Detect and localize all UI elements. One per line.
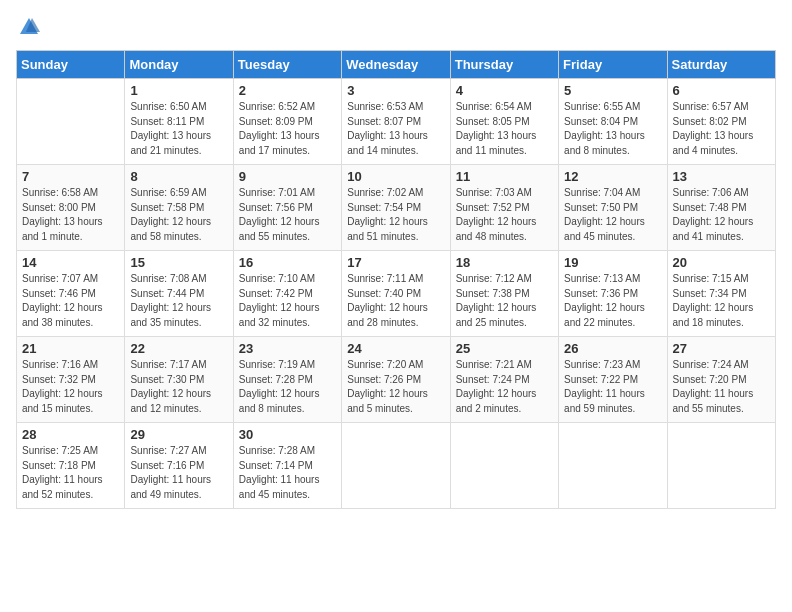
calendar-cell <box>667 423 775 509</box>
calendar-cell: 17Sunrise: 7:11 AMSunset: 7:40 PMDayligh… <box>342 251 450 337</box>
day-info: Sunrise: 6:52 AMSunset: 8:09 PMDaylight:… <box>239 100 336 158</box>
day-info: Sunrise: 6:58 AMSunset: 8:00 PMDaylight:… <box>22 186 119 244</box>
col-monday: Monday <box>125 51 233 79</box>
day-number: 19 <box>564 255 661 270</box>
day-info: Sunrise: 7:19 AMSunset: 7:28 PMDaylight:… <box>239 358 336 416</box>
calendar-cell: 27Sunrise: 7:24 AMSunset: 7:20 PMDayligh… <box>667 337 775 423</box>
day-info: Sunrise: 7:20 AMSunset: 7:26 PMDaylight:… <box>347 358 444 416</box>
calendar-cell: 13Sunrise: 7:06 AMSunset: 7:48 PMDayligh… <box>667 165 775 251</box>
calendar-cell <box>559 423 667 509</box>
day-info: Sunrise: 7:08 AMSunset: 7:44 PMDaylight:… <box>130 272 227 330</box>
calendar-cell <box>17 79 125 165</box>
day-number: 2 <box>239 83 336 98</box>
calendar-cell: 4Sunrise: 6:54 AMSunset: 8:05 PMDaylight… <box>450 79 558 165</box>
day-number: 4 <box>456 83 553 98</box>
calendar-cell: 26Sunrise: 7:23 AMSunset: 7:22 PMDayligh… <box>559 337 667 423</box>
day-number: 21 <box>22 341 119 356</box>
logo-icon <box>18 16 40 38</box>
calendar-cell: 28Sunrise: 7:25 AMSunset: 7:18 PMDayligh… <box>17 423 125 509</box>
day-number: 28 <box>22 427 119 442</box>
day-number: 7 <box>22 169 119 184</box>
col-thursday: Thursday <box>450 51 558 79</box>
calendar-table: Sunday Monday Tuesday Wednesday Thursday… <box>16 50 776 509</box>
day-number: 30 <box>239 427 336 442</box>
day-info: Sunrise: 7:16 AMSunset: 7:32 PMDaylight:… <box>22 358 119 416</box>
calendar-cell: 3Sunrise: 6:53 AMSunset: 8:07 PMDaylight… <box>342 79 450 165</box>
day-info: Sunrise: 7:27 AMSunset: 7:16 PMDaylight:… <box>130 444 227 502</box>
day-info: Sunrise: 6:53 AMSunset: 8:07 PMDaylight:… <box>347 100 444 158</box>
calendar-cell: 9Sunrise: 7:01 AMSunset: 7:56 PMDaylight… <box>233 165 341 251</box>
day-number: 24 <box>347 341 444 356</box>
calendar-week-row: 28Sunrise: 7:25 AMSunset: 7:18 PMDayligh… <box>17 423 776 509</box>
day-info: Sunrise: 7:21 AMSunset: 7:24 PMDaylight:… <box>456 358 553 416</box>
calendar-cell: 15Sunrise: 7:08 AMSunset: 7:44 PMDayligh… <box>125 251 233 337</box>
day-info: Sunrise: 7:25 AMSunset: 7:18 PMDaylight:… <box>22 444 119 502</box>
day-info: Sunrise: 7:01 AMSunset: 7:56 PMDaylight:… <box>239 186 336 244</box>
day-info: Sunrise: 7:02 AMSunset: 7:54 PMDaylight:… <box>347 186 444 244</box>
calendar-week-row: 21Sunrise: 7:16 AMSunset: 7:32 PMDayligh… <box>17 337 776 423</box>
calendar-week-row: 7Sunrise: 6:58 AMSunset: 8:00 PMDaylight… <box>17 165 776 251</box>
day-number: 13 <box>673 169 770 184</box>
calendar-cell: 25Sunrise: 7:21 AMSunset: 7:24 PMDayligh… <box>450 337 558 423</box>
calendar-cell: 30Sunrise: 7:28 AMSunset: 7:14 PMDayligh… <box>233 423 341 509</box>
day-number: 9 <box>239 169 336 184</box>
day-info: Sunrise: 7:15 AMSunset: 7:34 PMDaylight:… <box>673 272 770 330</box>
calendar-cell: 10Sunrise: 7:02 AMSunset: 7:54 PMDayligh… <box>342 165 450 251</box>
day-info: Sunrise: 7:23 AMSunset: 7:22 PMDaylight:… <box>564 358 661 416</box>
calendar-cell: 12Sunrise: 7:04 AMSunset: 7:50 PMDayligh… <box>559 165 667 251</box>
day-number: 11 <box>456 169 553 184</box>
calendar-cell: 16Sunrise: 7:10 AMSunset: 7:42 PMDayligh… <box>233 251 341 337</box>
day-number: 29 <box>130 427 227 442</box>
day-number: 6 <box>673 83 770 98</box>
day-info: Sunrise: 6:50 AMSunset: 8:11 PMDaylight:… <box>130 100 227 158</box>
col-saturday: Saturday <box>667 51 775 79</box>
calendar-cell: 2Sunrise: 6:52 AMSunset: 8:09 PMDaylight… <box>233 79 341 165</box>
calendar-cell: 21Sunrise: 7:16 AMSunset: 7:32 PMDayligh… <box>17 337 125 423</box>
day-info: Sunrise: 7:10 AMSunset: 7:42 PMDaylight:… <box>239 272 336 330</box>
day-number: 16 <box>239 255 336 270</box>
calendar-header: Sunday Monday Tuesday Wednesday Thursday… <box>17 51 776 79</box>
calendar-cell: 18Sunrise: 7:12 AMSunset: 7:38 PMDayligh… <box>450 251 558 337</box>
day-info: Sunrise: 7:17 AMSunset: 7:30 PMDaylight:… <box>130 358 227 416</box>
day-info: Sunrise: 7:24 AMSunset: 7:20 PMDaylight:… <box>673 358 770 416</box>
day-number: 27 <box>673 341 770 356</box>
calendar-cell <box>450 423 558 509</box>
page-header <box>16 16 776 38</box>
calendar-cell <box>342 423 450 509</box>
calendar-cell: 14Sunrise: 7:07 AMSunset: 7:46 PMDayligh… <box>17 251 125 337</box>
col-wednesday: Wednesday <box>342 51 450 79</box>
day-info: Sunrise: 7:11 AMSunset: 7:40 PMDaylight:… <box>347 272 444 330</box>
day-number: 25 <box>456 341 553 356</box>
header-row: Sunday Monday Tuesday Wednesday Thursday… <box>17 51 776 79</box>
calendar-cell: 5Sunrise: 6:55 AMSunset: 8:04 PMDaylight… <box>559 79 667 165</box>
day-info: Sunrise: 7:28 AMSunset: 7:14 PMDaylight:… <box>239 444 336 502</box>
calendar-cell: 1Sunrise: 6:50 AMSunset: 8:11 PMDaylight… <box>125 79 233 165</box>
day-number: 14 <box>22 255 119 270</box>
calendar-cell: 11Sunrise: 7:03 AMSunset: 7:52 PMDayligh… <box>450 165 558 251</box>
day-info: Sunrise: 6:54 AMSunset: 8:05 PMDaylight:… <box>456 100 553 158</box>
calendar-cell: 22Sunrise: 7:17 AMSunset: 7:30 PMDayligh… <box>125 337 233 423</box>
day-info: Sunrise: 7:13 AMSunset: 7:36 PMDaylight:… <box>564 272 661 330</box>
calendar-cell: 24Sunrise: 7:20 AMSunset: 7:26 PMDayligh… <box>342 337 450 423</box>
calendar-week-row: 1Sunrise: 6:50 AMSunset: 8:11 PMDaylight… <box>17 79 776 165</box>
day-info: Sunrise: 7:06 AMSunset: 7:48 PMDaylight:… <box>673 186 770 244</box>
day-number: 17 <box>347 255 444 270</box>
calendar-cell: 23Sunrise: 7:19 AMSunset: 7:28 PMDayligh… <box>233 337 341 423</box>
day-info: Sunrise: 6:57 AMSunset: 8:02 PMDaylight:… <box>673 100 770 158</box>
day-info: Sunrise: 7:07 AMSunset: 7:46 PMDaylight:… <box>22 272 119 330</box>
calendar-cell: 6Sunrise: 6:57 AMSunset: 8:02 PMDaylight… <box>667 79 775 165</box>
day-number: 26 <box>564 341 661 356</box>
col-sunday: Sunday <box>17 51 125 79</box>
day-number: 18 <box>456 255 553 270</box>
calendar-cell: 19Sunrise: 7:13 AMSunset: 7:36 PMDayligh… <box>559 251 667 337</box>
calendar-cell: 8Sunrise: 6:59 AMSunset: 7:58 PMDaylight… <box>125 165 233 251</box>
col-tuesday: Tuesday <box>233 51 341 79</box>
calendar-body: 1Sunrise: 6:50 AMSunset: 8:11 PMDaylight… <box>17 79 776 509</box>
day-number: 3 <box>347 83 444 98</box>
day-number: 8 <box>130 169 227 184</box>
day-info: Sunrise: 7:04 AMSunset: 7:50 PMDaylight:… <box>564 186 661 244</box>
day-info: Sunrise: 6:55 AMSunset: 8:04 PMDaylight:… <box>564 100 661 158</box>
day-number: 10 <box>347 169 444 184</box>
day-info: Sunrise: 7:12 AMSunset: 7:38 PMDaylight:… <box>456 272 553 330</box>
day-info: Sunrise: 6:59 AMSunset: 7:58 PMDaylight:… <box>130 186 227 244</box>
